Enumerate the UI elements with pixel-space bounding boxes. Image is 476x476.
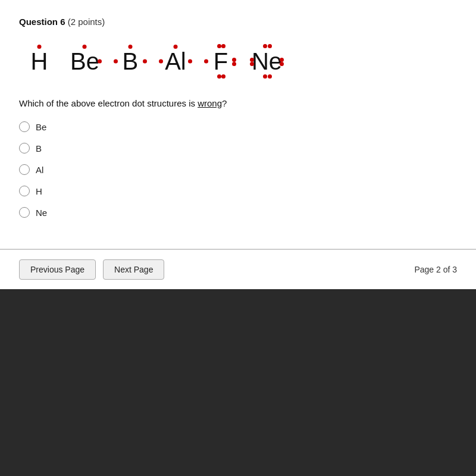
dot-Ne-left2 bbox=[250, 62, 254, 66]
nav-footer: Previous Page Next Page Page 2 of 3 bbox=[0, 249, 476, 289]
radio-Al[interactable] bbox=[19, 164, 30, 175]
element-Al: Al bbox=[161, 43, 190, 79]
option-Al-label: Al bbox=[36, 165, 43, 175]
dot-Al-left bbox=[159, 60, 163, 64]
dot-F-top2 bbox=[221, 44, 226, 48]
question-points: (2 points) bbox=[68, 17, 105, 27]
element-H: H bbox=[25, 43, 54, 79]
dot-Ne-top2 bbox=[268, 44, 272, 48]
dot-F-top1 bbox=[217, 44, 221, 48]
dot-B-left bbox=[114, 60, 118, 64]
option-Be[interactable]: Be bbox=[19, 121, 457, 132]
dot-Ne-right2 bbox=[280, 62, 284, 66]
element-B: B bbox=[116, 43, 145, 79]
question-header: Question 6 (2 points) bbox=[19, 17, 457, 27]
dot-Be-right bbox=[98, 60, 102, 64]
option-B-label: B bbox=[36, 143, 42, 154]
element-F: F bbox=[206, 43, 235, 79]
option-Ne-label: Ne bbox=[36, 208, 47, 218]
dot-Be-top bbox=[83, 45, 87, 49]
dot-B-top bbox=[128, 45, 132, 49]
question-number: Question 6 bbox=[19, 17, 65, 27]
dot-F-left1 bbox=[204, 60, 208, 64]
previous-page-button[interactable]: Previous Page bbox=[19, 259, 96, 280]
dot-Ne-bot1 bbox=[263, 74, 267, 79]
dot-F-bot1 bbox=[217, 74, 221, 79]
page-info: Page 2 of 3 bbox=[414, 265, 457, 274]
dot-F-right1 bbox=[232, 58, 236, 62]
radio-Be[interactable] bbox=[19, 121, 30, 132]
dot-Ne-top1 bbox=[263, 44, 267, 48]
next-page-button[interactable]: Next Page bbox=[103, 259, 164, 280]
wrong-word: wrong bbox=[198, 98, 222, 108]
dot-Ne-right1 bbox=[280, 58, 284, 62]
dark-bar bbox=[0, 289, 476, 476]
electron-diagram: H Be B Al bbox=[19, 37, 457, 85]
dot-Al-right bbox=[188, 60, 192, 64]
option-H-label: H bbox=[36, 186, 42, 196]
option-B[interactable]: B bbox=[19, 143, 457, 154]
radio-B[interactable] bbox=[19, 143, 30, 154]
dot-F-bot2 bbox=[221, 74, 226, 79]
dot-F-right2 bbox=[232, 62, 236, 66]
option-Al[interactable]: Al bbox=[19, 164, 457, 175]
question-text: Which of the above electron dot structur… bbox=[19, 98, 457, 108]
dot-B-right bbox=[143, 60, 147, 64]
dot-H-top bbox=[37, 45, 42, 49]
option-H[interactable]: H bbox=[19, 186, 457, 196]
radio-Ne[interactable] bbox=[19, 207, 30, 218]
option-Be-label: Be bbox=[36, 122, 46, 132]
dot-Ne-bot2 bbox=[268, 74, 272, 79]
radio-H[interactable] bbox=[19, 186, 30, 196]
element-Be: Be bbox=[70, 43, 99, 79]
dot-Al-top bbox=[173, 45, 177, 49]
element-Ne: Ne bbox=[252, 43, 282, 79]
dot-Ne-left1 bbox=[250, 58, 254, 62]
option-Ne[interactable]: Ne bbox=[19, 207, 457, 218]
options-list: Be B Al H Ne bbox=[19, 121, 457, 218]
